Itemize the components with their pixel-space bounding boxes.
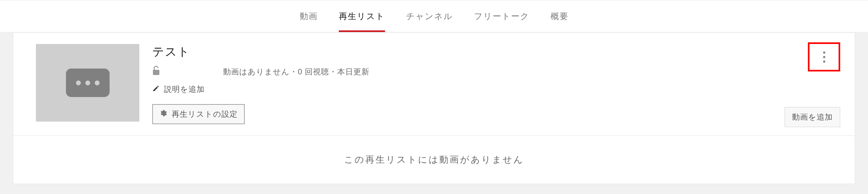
content-area: テスト 動画はありません・0 回視聴・本日更新 説明を追加 [0, 32, 868, 184]
tab-playlists[interactable]: 再生リスト [339, 0, 385, 32]
playlist-thumbnail [36, 44, 140, 122]
settings-button-label: 再生リストの設定 [172, 109, 238, 119]
playlist-meta-row: 動画はありません・0 回視聴・本日更新 [152, 66, 840, 77]
playlist-info: テスト 動画はありません・0 回視聴・本日更新 説明を追加 [152, 44, 840, 124]
playlist-title[interactable]: テスト [152, 44, 840, 60]
playlist-header-card: テスト 動画はありません・0 回視聴・本日更新 説明を追加 [13, 32, 855, 136]
add-video-button[interactable]: 動画を追加 [784, 107, 840, 127]
pencil-icon [152, 85, 159, 93]
more-vertical-icon [823, 52, 825, 63]
more-options-button[interactable] [808, 42, 840, 71]
playlist-settings-button[interactable]: 再生リストの設定 [152, 104, 245, 124]
tab-about[interactable]: 概要 [551, 0, 569, 32]
playlist-empty-state: この再生リストには動画がありません [13, 136, 855, 184]
playlist-meta-text: 動画はありません・0 回視聴・本日更新 [223, 67, 370, 77]
privacy-unlocked-icon[interactable] [152, 66, 160, 77]
gear-icon [159, 109, 167, 119]
right-actions: 動画を追加 [784, 42, 840, 127]
add-description-button[interactable]: 説明を追加 [152, 84, 840, 94]
tab-videos[interactable]: 動画 [300, 0, 318, 32]
svg-rect-0 [153, 70, 159, 75]
empty-state-message: この再生リストには動画がありません [31, 154, 837, 166]
tab-channels[interactable]: チャンネル [406, 0, 453, 32]
thumbnail-placeholder-icon [66, 69, 110, 97]
channel-tabs: 動画 再生リスト チャンネル フリートーク 概要 [0, 0, 868, 32]
add-description-label: 説明を追加 [164, 84, 205, 94]
tab-discussion[interactable]: フリートーク [474, 0, 530, 32]
